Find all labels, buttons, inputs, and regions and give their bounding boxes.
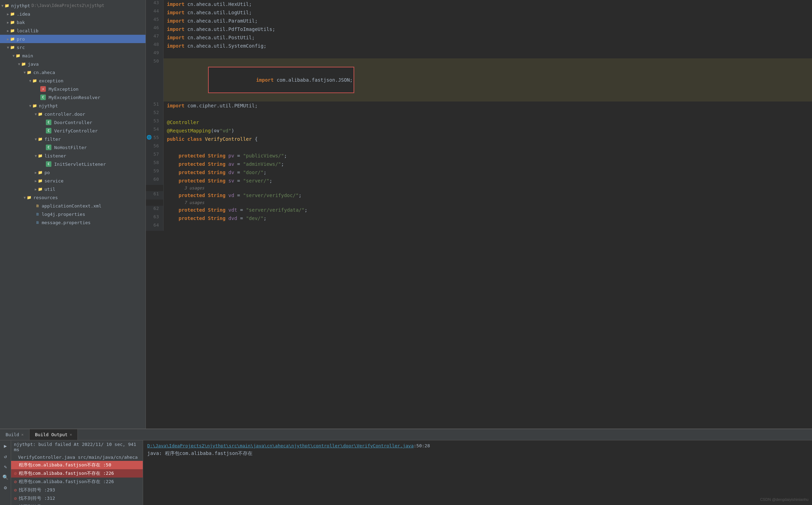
tab-build-close[interactable]: ✕ bbox=[21, 432, 24, 437]
build-error-label: 找不到符号 :293 bbox=[19, 487, 55, 493]
tree-item-initservletlistener[interactable]: C InitServletListener bbox=[0, 160, 146, 168]
tree-item-listener[interactable]: ▼ 📁 listener bbox=[0, 152, 146, 160]
tree-item-exception[interactable]: ▼ 📁 exception bbox=[0, 76, 146, 85]
arrow-icon: ▼ bbox=[29, 104, 31, 108]
line-number: 61 bbox=[146, 191, 163, 199]
toolbar-search-btn[interactable]: 🔍 bbox=[1, 473, 10, 481]
tree-item-doorcontroller[interactable]: C DoorController bbox=[0, 118, 146, 127]
table-row: 3 usages bbox=[146, 185, 812, 191]
tree-label: MyException bbox=[49, 87, 78, 92]
build-error-label: 找不到符号 :324 bbox=[19, 504, 55, 505]
table-row: 56 bbox=[146, 143, 812, 152]
build-error-item-selected2[interactable]: ⊘ 程序包com.alibaba.fastjson不存在 :226 bbox=[11, 469, 143, 478]
line-content: protected String vdt = "server/verifydat… bbox=[163, 206, 812, 214]
tree-item-src[interactable]: ▼ 📁 src bbox=[0, 43, 146, 51]
tree-label: locallib bbox=[17, 28, 39, 33]
tree-label: resources bbox=[33, 195, 58, 200]
tree-label: message.properties bbox=[42, 220, 91, 225]
tree-item-idea[interactable]: ▶ 📁 .idea bbox=[0, 10, 146, 18]
line-number: 60 bbox=[146, 177, 163, 185]
tree-item-service[interactable]: ▶ 📁 service bbox=[0, 177, 146, 185]
tree-item-main[interactable]: ▼ 📁 main bbox=[0, 51, 146, 60]
line-number: 56 bbox=[146, 143, 163, 152]
arrow-icon: ▶ bbox=[7, 37, 9, 41]
tree-label: controller.door bbox=[44, 112, 85, 117]
line-content: protected String dvd = "dev/"; bbox=[163, 214, 812, 222]
toolbar-refresh-btn[interactable]: ↺ bbox=[1, 452, 10, 461]
table-row: 50 import com.alibaba.fastjson.JSON; bbox=[146, 58, 812, 101]
build-error-item-selected[interactable]: ⊘ 程序包com.alibaba.fastjson不存在 :50 bbox=[11, 461, 143, 469]
line-content bbox=[163, 143, 812, 152]
tree-item-log4j[interactable]: 🗎 log4j.properties bbox=[0, 210, 146, 218]
tree-item-java[interactable]: ▼ 📁 java bbox=[0, 60, 146, 68]
tree-item-nohostfilter[interactable]: C NoHostFilter bbox=[0, 143, 146, 152]
tab-build[interactable]: Build ✕ bbox=[0, 429, 30, 440]
bottom-left-toolbar: ▶ ↺ ✎ 🔍 ⚙ bbox=[0, 440, 11, 505]
tree-item-verifycontroller[interactable]: C VerifyController bbox=[0, 127, 146, 135]
tree-item-pro[interactable]: ▶ 📁 pro bbox=[0, 35, 146, 43]
tree-item-bak[interactable]: ▶ 📁 bak bbox=[0, 18, 146, 26]
tree-item-myexception[interactable]: ⚡ MyException bbox=[0, 85, 146, 93]
tree-item-controllerdoor[interactable]: ▼ 📁 controller.door bbox=[0, 110, 146, 118]
toolbar-settings-btn[interactable]: ⚙ bbox=[1, 483, 10, 492]
line-content: import cn.aheca.util.HexUtil; bbox=[163, 0, 812, 8]
project-name: njythpt bbox=[11, 3, 30, 8]
line-content: protected String dv = "door/"; bbox=[163, 168, 812, 177]
line-content: import cn.aheca.util.ParamUtil; bbox=[163, 17, 812, 25]
line-number: 45 bbox=[146, 17, 163, 25]
line-number: 46 bbox=[146, 25, 163, 33]
tab-build-output[interactable]: Build Output ✕ bbox=[30, 429, 78, 440]
build-error-item[interactable]: ⊘ 找不到符号 :324 bbox=[11, 503, 143, 505]
tree-label: java bbox=[28, 62, 39, 67]
tree-item-appcontext[interactable]: 🗎 applicationContext.xml bbox=[0, 202, 146, 210]
tree-item-util[interactable]: ▶ 📁 util bbox=[0, 185, 146, 193]
build-error-item[interactable]: ⊘ 程序包com.alibaba.fastjson不存在 :226 bbox=[11, 478, 143, 486]
tab-build-output-close[interactable]: ✕ bbox=[70, 432, 72, 437]
line-content bbox=[163, 110, 812, 118]
line-content: protected String av = "adminViews/"; bbox=[163, 160, 812, 168]
tree-item-po[interactable]: ▶ 📁 po bbox=[0, 168, 146, 177]
arrow-icon: ▶ bbox=[7, 21, 9, 24]
tree-item-myexceptionresolver[interactable]: C MyExceptionResolver bbox=[0, 93, 146, 101]
arrow-icon: ▼ bbox=[24, 196, 26, 199]
tree-item-locallib[interactable]: ▶ 📁 locallib bbox=[0, 26, 146, 35]
build-sub-item[interactable]: VerifyController.java src/main/java/cn/a… bbox=[11, 454, 143, 461]
tree-item-njythpt[interactable]: ▼ 📁 njythpt bbox=[0, 101, 146, 110]
line-content: import cn.aheca.util.PdfToImageUtils; bbox=[163, 25, 812, 33]
java-class-icon: C bbox=[40, 95, 46, 100]
folder-icon: 📁 bbox=[38, 186, 43, 192]
folder-icon: 📁 bbox=[10, 28, 15, 33]
build-error-item[interactable]: ⊘ 找不到符号 :312 bbox=[11, 494, 143, 503]
build-error-label: 程序包com.alibaba.fastjson不存在 :50 bbox=[19, 462, 111, 468]
file-tree[interactable]: ▼ 📁 njythpt D:\Java\IdeaProjects2\njythp… bbox=[0, 0, 146, 429]
line-number: 62 bbox=[146, 206, 163, 214]
line-number: 47 bbox=[146, 33, 163, 42]
table-row: 52 bbox=[146, 110, 812, 118]
tree-item-filter[interactable]: ▼ 📁 filter bbox=[0, 135, 146, 143]
tree-item-message[interactable]: 🗎 message.properties bbox=[0, 218, 146, 227]
tree-item-root[interactable]: ▼ 📁 njythpt D:\Java\IdeaProjects2\njythp… bbox=[0, 1, 146, 10]
folder-icon: 📁 bbox=[38, 170, 43, 175]
tab-build-label: Build bbox=[6, 432, 19, 437]
tree-label: util bbox=[44, 187, 55, 192]
code-scroll[interactable]: 43 import cn.aheca.util.HexUtil; 44 impo… bbox=[146, 0, 812, 429]
folder-icon: 📁 bbox=[26, 195, 32, 200]
table-row: 58 protected String av = "adminViews/"; bbox=[146, 160, 812, 168]
tree-item-cnaheca[interactable]: ▼ 📁 cn.aheca bbox=[0, 68, 146, 76]
line-content: protected String sv = "server/"; bbox=[163, 177, 812, 185]
arrow-icon: ▼ bbox=[29, 79, 31, 83]
tree-item-resources[interactable]: ▼ 📁 resources bbox=[0, 193, 146, 202]
folder-icon: 📁 bbox=[32, 78, 38, 83]
toolbar-play-btn[interactable]: ▶ bbox=[1, 442, 10, 450]
arrow-icon: ▼ bbox=[1, 4, 3, 8]
folder-icon: 📁 bbox=[10, 11, 15, 17]
build-error-item[interactable]: ⊘ 找不到符号 :293 bbox=[11, 486, 143, 494]
build-output-path[interactable]: D:\Java\IdeaProjects2\njythpt\src\main\j… bbox=[147, 443, 414, 448]
line-number: 44 bbox=[146, 8, 163, 17]
xml-file-icon: 🗎 bbox=[35, 203, 40, 209]
code-table: 43 import cn.aheca.util.HexUtil; 44 impo… bbox=[146, 0, 812, 231]
arrow-icon: ▼ bbox=[35, 112, 37, 116]
arrow-icon: ▼ bbox=[35, 154, 37, 158]
toolbar-edit-btn[interactable]: ✎ bbox=[1, 463, 10, 471]
project-icon: 📁 bbox=[4, 3, 10, 8]
